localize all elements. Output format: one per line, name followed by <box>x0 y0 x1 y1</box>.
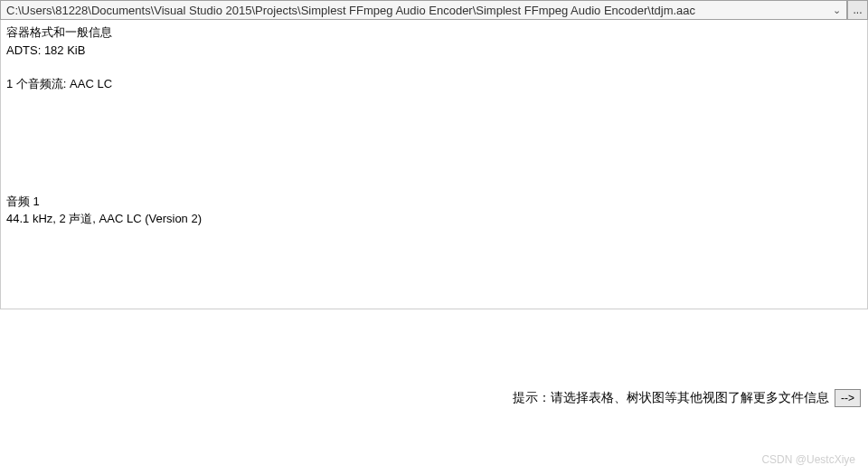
hint-text: 提示：请选择表格、树状图等其他视图了解更多文件信息 <box>513 390 829 406</box>
spacer <box>6 59 862 75</box>
media-info-panel: 容器格式和一般信息 ADTS: 182 KiB 1 个音频流: AAC LC 音… <box>0 20 868 309</box>
watermark-text: CSDN @UestcXiye <box>761 453 855 466</box>
top-bar: C:\Users\81228\Documents\Visual Studio 2… <box>0 0 868 20</box>
file-path-dropdown[interactable]: C:\Users\81228\Documents\Visual Studio 2… <box>1 1 847 19</box>
general-info-format: ADTS: 182 KiB <box>6 42 862 60</box>
general-info-header: 容器格式和一般信息 <box>6 24 862 42</box>
file-path-text: C:\Users\81228\Documents\Visual Studio 2… <box>6 4 827 17</box>
audio-stream-header: 音频 1 <box>6 193 862 211</box>
spacer <box>6 93 862 193</box>
audio-stream-details: 44.1 kHz, 2 声道, AAC LC (Version 2) <box>6 210 862 228</box>
hint-row: 提示：请选择表格、树状图等其他视图了解更多文件信息 --> <box>513 389 861 407</box>
view-more-button[interactable]: --> <box>835 389 861 407</box>
general-info-streams: 1 个音频流: AAC LC <box>6 75 862 93</box>
browse-button[interactable]: ... <box>847 1 867 19</box>
chevron-down-icon: ⌄ <box>827 5 841 16</box>
